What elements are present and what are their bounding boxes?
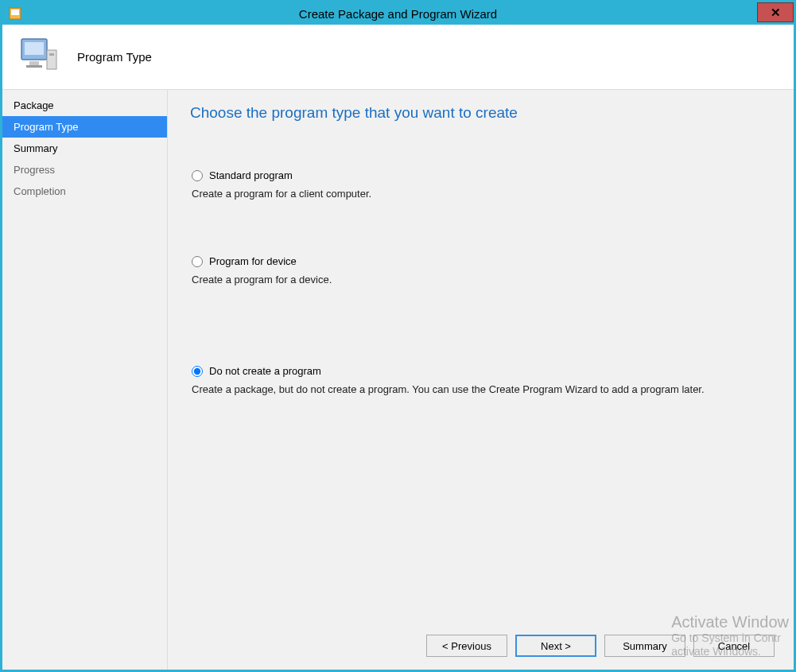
- watermark-line1: Activate Window: [671, 613, 789, 631]
- titlebar: Create Package and Program Wizard ✕: [2, 2, 794, 25]
- content-heading: Choose the program type that you want to…: [190, 104, 775, 122]
- radio-standard-program[interactable]: [192, 170, 203, 181]
- desc-do-not-create: Create a package, but do not create a pr…: [192, 383, 775, 395]
- sidebar-step-package[interactable]: Package: [2, 95, 167, 116]
- close-icon: ✕: [771, 6, 781, 20]
- sidebar-step-progress[interactable]: Progress: [2, 159, 167, 181]
- app-icon: [9, 7, 21, 20]
- desc-standard-program: Create a program for a client computer.: [192, 188, 775, 200]
- wizard-icon: [18, 36, 63, 78]
- svg-rect-1: [11, 10, 19, 15]
- summary-button[interactable]: Summary: [604, 635, 685, 657]
- wizard-footer: < Previous Next > Summary Cancel: [426, 635, 775, 657]
- sidebar-step-completion[interactable]: Completion: [2, 181, 167, 202]
- svg-rect-5: [26, 65, 42, 68]
- wizard-window: Create Package and Program Wizard ✕ Prog…: [0, 0, 796, 672]
- next-button[interactable]: Next >: [515, 635, 596, 657]
- option-program-for-device: Program for device Create a program for …: [190, 255, 775, 286]
- radio-label-standard-program[interactable]: Standard program: [209, 169, 293, 181]
- window-title: Create Package and Program Wizard: [2, 7, 794, 21]
- radio-label-program-for-device[interactable]: Program for device: [209, 255, 297, 267]
- page-title: Program Type: [77, 50, 152, 64]
- radio-program-for-device[interactable]: [192, 256, 203, 267]
- wizard-content: Choose the program type that you want to…: [168, 90, 794, 670]
- previous-button[interactable]: < Previous: [426, 635, 507, 657]
- option-do-not-create: Do not create a program Create a package…: [190, 365, 775, 395]
- desc-program-for-device: Create a program for a device.: [192, 274, 775, 286]
- wizard-body: Package Program Type Summary Progress Co…: [2, 90, 794, 670]
- svg-rect-4: [29, 61, 39, 65]
- radio-label-do-not-create[interactable]: Do not create a program: [209, 365, 321, 377]
- option-standard-program: Standard program Create a program for a …: [190, 169, 775, 200]
- sidebar-step-summary[interactable]: Summary: [2, 138, 167, 159]
- cancel-button[interactable]: Cancel: [693, 635, 775, 657]
- radio-do-not-create[interactable]: [192, 366, 203, 377]
- wizard-steps-sidebar: Package Program Type Summary Progress Co…: [2, 90, 168, 670]
- sidebar-step-program-type[interactable]: Program Type: [2, 116, 167, 138]
- svg-rect-6: [47, 50, 56, 69]
- close-button[interactable]: ✕: [757, 2, 794, 22]
- svg-rect-3: [25, 42, 44, 55]
- svg-rect-7: [49, 53, 54, 56]
- header-band: Program Type: [2, 25, 794, 90]
